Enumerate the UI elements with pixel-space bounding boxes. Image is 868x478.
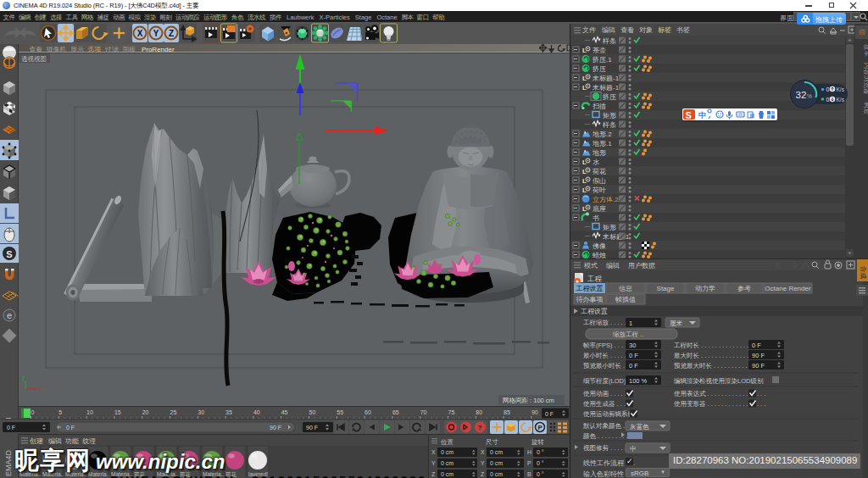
svg-text:挤压.1: 挤压.1 <box>592 56 612 64</box>
svg-text:底座: 底座 <box>593 205 606 213</box>
svg-text:x: x <box>39 386 42 392</box>
svg-text:EMA4D: EMA4D <box>4 449 13 476</box>
svg-text:参考: 参考 <box>737 285 751 292</box>
svg-text:0 F: 0 F <box>752 342 761 349</box>
svg-text:e: e <box>7 311 13 321</box>
svg-text:地形: 地形 <box>592 149 606 157</box>
svg-text:S: S <box>6 249 12 259</box>
svg-text:H: H <box>527 449 531 455</box>
svg-text:65: 65 <box>392 409 399 415</box>
svg-text:缩放工程 ..: 缩放工程 .. <box>613 331 643 338</box>
svg-text:矩形: 矩形 <box>603 112 616 119</box>
svg-text:默认对象颜色 . . .: 默认对象颜色 . . . <box>582 422 632 430</box>
svg-text:扫描: 扫描 <box>593 103 606 110</box>
svg-text:尺寸: 尺寸 <box>486 438 499 446</box>
svg-text:用户数据: 用户数据 <box>628 262 655 270</box>
svg-text:荷花: 荷花 <box>593 168 606 175</box>
svg-text:90 F: 90 F <box>752 352 765 359</box>
svg-text:未标题-1: 未标题-1 <box>592 75 620 82</box>
svg-text:Stage: Stage <box>657 285 675 292</box>
svg-text:80: 80 <box>476 409 482 415</box>
svg-text:模式: 模式 <box>584 262 598 270</box>
svg-text:茶壶: 茶壶 <box>593 47 606 54</box>
svg-text:层: 层 <box>858 29 865 36</box>
svg-text:地形.1: 地形.1 <box>592 140 612 147</box>
svg-text:佛像: 佛像 <box>593 242 606 250</box>
svg-text:Octane Render: Octane Render <box>765 285 811 292</box>
svg-text:1: 1 <box>629 320 632 327</box>
svg-text:位置: 位置 <box>441 438 454 446</box>
svg-text:信息: 信息 <box>619 285 632 292</box>
svg-text:样条: 样条 <box>602 121 616 129</box>
svg-text:X: X <box>481 449 485 455</box>
svg-text:荷叶: 荷叶 <box>593 186 606 194</box>
svg-text:85: 85 <box>504 409 510 415</box>
svg-text:100 %: 100 % <box>629 377 648 385</box>
svg-text:灰蓝色: 灰蓝色 <box>630 423 649 431</box>
svg-text:样条: 样条 <box>602 37 616 45</box>
svg-text:90 F: 90 F <box>270 425 281 431</box>
svg-text:Y: Y <box>431 460 436 466</box>
svg-text:0 cm: 0 cm <box>490 449 503 455</box>
svg-text:K/s: K/s <box>837 97 845 103</box>
svg-text:0 cm: 0 cm <box>441 449 453 455</box>
svg-text:0: 0 <box>826 97 830 103</box>
svg-text:10: 10 <box>86 409 93 415</box>
svg-text:15: 15 <box>114 409 121 415</box>
svg-text:帧插值: 帧插值 <box>615 296 636 303</box>
svg-text:工程设置: 工程设置 <box>581 308 608 315</box>
svg-text:中: 中 <box>698 111 706 119</box>
svg-text:工程设置: 工程设置 <box>576 285 604 292</box>
svg-text:25: 25 <box>170 409 177 415</box>
svg-text:细节程度(LOD) . .: 细节程度(LOD) . . <box>583 377 633 385</box>
svg-text:0 °: 0 ° <box>537 449 544 455</box>
svg-text:X: X <box>431 449 436 455</box>
svg-text:挤压: 挤压 <box>602 93 616 101</box>
svg-text:K/s: K/s <box>837 86 845 92</box>
svg-text:50: 50 <box>309 409 316 415</box>
svg-text:厘米: 厘米 <box>670 320 683 327</box>
svg-text:0 cm: 0 cm <box>490 460 503 466</box>
svg-text:预览最小时长 . . .: 预览最小时长 . . . <box>583 362 632 370</box>
svg-text:0 F: 0 F <box>7 425 15 431</box>
svg-text:0 F: 0 F <box>629 352 638 359</box>
svg-text:合成: 合成 <box>860 266 867 280</box>
svg-text:水: 水 <box>593 158 599 166</box>
svg-text:55: 55 <box>337 409 343 415</box>
svg-text:%: % <box>807 93 812 99</box>
svg-text:编辑: 编辑 <box>606 262 620 270</box>
svg-text:30: 30 <box>198 409 204 415</box>
svg-text:颜色 . . . . . . . . .: 颜色 . . . . . . . . . <box>582 432 628 440</box>
svg-text:使用生成器 . . . . .: 使用生成器 . . . . . <box>583 400 632 408</box>
svg-text:编辑渲染检视使用渲染LOD级别: 编辑渲染检视使用渲染LOD级别 <box>674 377 764 385</box>
svg-text:0 F: 0 F <box>629 362 638 370</box>
svg-text:挤压: 挤压 <box>592 65 606 73</box>
svg-text:y: y <box>22 374 25 381</box>
svg-text:35: 35 <box>225 409 232 415</box>
svg-text:工程: 工程 <box>587 275 603 283</box>
svg-text:45: 45 <box>281 409 288 415</box>
svg-text:地形.2: 地形.2 <box>592 131 612 138</box>
svg-text:0 cm: 0 cm <box>441 460 453 466</box>
svg-text:70: 70 <box>420 409 427 415</box>
svg-text:使用运动剪辑系统: 使用运动剪辑系统 <box>583 410 635 418</box>
svg-text:查看: 查看 <box>620 26 634 34</box>
svg-text:90: 90 <box>531 409 538 415</box>
svg-text:编辑: 编辑 <box>602 26 615 34</box>
svg-text:透视视图: 透视视图 <box>21 55 47 63</box>
svg-text:矩形: 矩形 <box>603 224 616 231</box>
svg-text:20: 20 <box>142 409 149 415</box>
svg-text:0 F: 0 F <box>545 411 554 417</box>
svg-text:Y: Y <box>153 29 159 38</box>
svg-text:文件: 文件 <box>582 26 596 34</box>
svg-text:X: X <box>137 29 143 38</box>
svg-text:网格间距 : 100 cm: 网格间距 : 100 cm <box>503 397 554 404</box>
svg-text:0: 0 <box>826 86 830 92</box>
svg-text:P: P <box>538 424 543 431</box>
svg-text:标签: 标签 <box>658 26 671 34</box>
svg-text:动力学: 动力学 <box>695 285 715 292</box>
svg-text:Z: Z <box>169 29 174 38</box>
svg-text:书: 书 <box>593 214 599 222</box>
svg-text:0: 0 <box>31 409 35 415</box>
svg-text:90 F: 90 F <box>306 425 318 431</box>
